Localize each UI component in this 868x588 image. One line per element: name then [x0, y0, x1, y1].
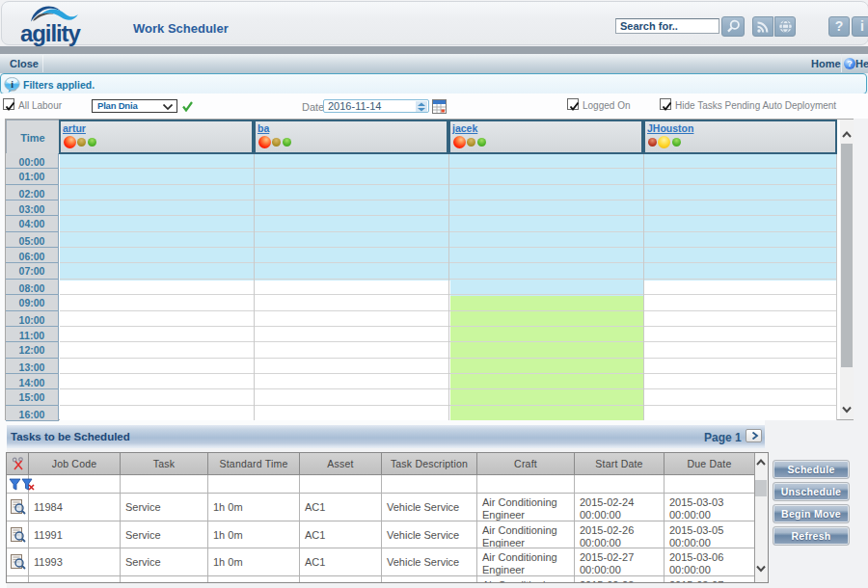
svg-text:i: i	[11, 79, 14, 90]
svg-text:agility: agility	[20, 20, 81, 46]
